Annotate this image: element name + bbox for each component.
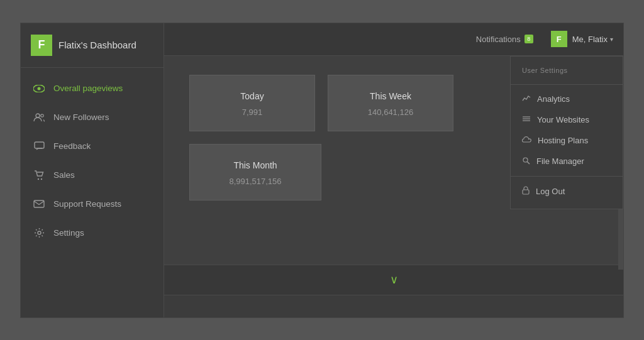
svg-point-1	[38, 87, 41, 90]
svg-point-2	[36, 114, 40, 118]
stats-grid: Today 7,991 This Week 140,641,126	[189, 75, 453, 131]
sidebar-item-support-requests[interactable]: Support Requests	[21, 190, 164, 219]
notifications-button[interactable]: Notifications 8	[476, 35, 533, 44]
dropdown-hosting-label: Hosting Plans	[538, 136, 588, 145]
dropdown-analytics-label: Analytics	[537, 94, 570, 104]
logo-title: Flatix's Dashboard	[58, 40, 136, 50]
this-week-value: 140,641,126	[368, 107, 413, 117]
dropdown-item-analytics[interactable]: Analytics	[511, 89, 623, 109]
users-icon	[32, 111, 46, 124]
websites-icon	[522, 115, 531, 124]
chat-icon	[32, 140, 46, 153]
dropdown-websites-label: Your Websites	[537, 115, 589, 124]
nav-label-feedback: Feedback	[53, 141, 91, 151]
dropdown-item-file-manager[interactable]: File Manager	[511, 151, 623, 172]
nav-label-new-followers: New Followers	[53, 112, 109, 122]
today-label: Today	[240, 91, 264, 101]
main-area: Notifications 8 F Me, Flatix ▾ User Sett…	[164, 23, 623, 317]
nav-label-sales: Sales	[53, 170, 75, 180]
stat-card-this-month[interactable]: This Month 8,991,517,156	[189, 144, 321, 200]
sidebar-item-sales[interactable]: Sales	[21, 161, 164, 190]
svg-point-8	[38, 231, 41, 234]
dropdown-filemanager-label: File Manager	[536, 156, 584, 166]
dashboard-wrapper: F Flatix's Dashboard Overall pageviews	[20, 23, 624, 318]
bottom-chevron-icon: ∨	[390, 273, 398, 287]
top-header: Notifications 8 F Me, Flatix ▾	[164, 23, 623, 56]
today-value: 7,991	[242, 107, 263, 117]
dropdown-divider-bottom	[511, 176, 623, 177]
extra-strip	[164, 295, 623, 317]
svg-point-6	[40, 178, 42, 179]
this-week-label: This Week	[370, 91, 411, 101]
sidebar-item-settings[interactable]: Settings	[21, 219, 164, 248]
user-name: Me, Flatix	[572, 35, 608, 44]
notifications-badge: 8	[525, 35, 533, 43]
sidebar-item-new-followers[interactable]: New Followers	[21, 103, 164, 132]
dropdown-item-log-out[interactable]: Log Out	[511, 180, 623, 202]
eye-icon	[32, 82, 46, 96]
analytics-icon	[522, 94, 531, 104]
dropdown-section-label: User Settings	[511, 63, 623, 80]
notifications-label: Notifications	[476, 35, 521, 44]
svg-point-3	[41, 114, 43, 116]
user-dropdown-menu: User Settings Analytics	[510, 56, 623, 209]
stat-card-this-week[interactable]: This Week 140,641,126	[328, 75, 453, 131]
svg-rect-7	[34, 200, 44, 207]
sidebar-logo[interactable]: F Flatix's Dashboard	[21, 23, 164, 68]
svg-line-13	[527, 162, 530, 164]
dropdown-divider-top	[511, 84, 623, 85]
svg-point-5	[37, 178, 38, 179]
dropdown-logout-label: Log Out	[536, 187, 565, 196]
user-avatar: F	[551, 31, 567, 47]
sidebar-nav: Overall pageviews New Followers	[21, 68, 164, 248]
sidebar-item-overall-pageviews[interactable]: Overall pageviews	[21, 74, 164, 103]
sidebar-item-feedback[interactable]: Feedback	[21, 132, 164, 161]
bottom-bar[interactable]: ∨	[164, 265, 623, 295]
svg-point-12	[523, 158, 528, 162]
gear-icon	[32, 226, 46, 240]
nav-label-overall-pageviews: Overall pageviews	[53, 84, 123, 93]
svg-rect-14	[523, 190, 529, 194]
user-menu-chevron-icon: ▾	[610, 36, 613, 43]
dropdown-item-your-websites[interactable]: Your Websites	[511, 109, 623, 130]
lock-icon	[522, 186, 530, 197]
cloud-icon	[522, 136, 531, 145]
this-month-value: 8,991,517,156	[229, 177, 281, 186]
nav-label-support-requests: Support Requests	[53, 199, 121, 209]
nav-label-settings: Settings	[53, 228, 84, 238]
dropdown-item-hosting-plans[interactable]: Hosting Plans	[511, 130, 623, 151]
sidebar: F Flatix's Dashboard Overall pageviews	[21, 23, 164, 317]
envelope-icon	[32, 197, 46, 211]
svg-rect-4	[35, 142, 44, 148]
file-manager-icon	[522, 156, 530, 167]
this-month-label: This Month	[233, 160, 277, 170]
stat-card-today[interactable]: Today 7,991	[189, 75, 315, 131]
cart-icon	[32, 168, 46, 182]
user-menu-trigger[interactable]: F Me, Flatix ▾	[551, 31, 613, 47]
logo-icon: F	[31, 35, 52, 56]
